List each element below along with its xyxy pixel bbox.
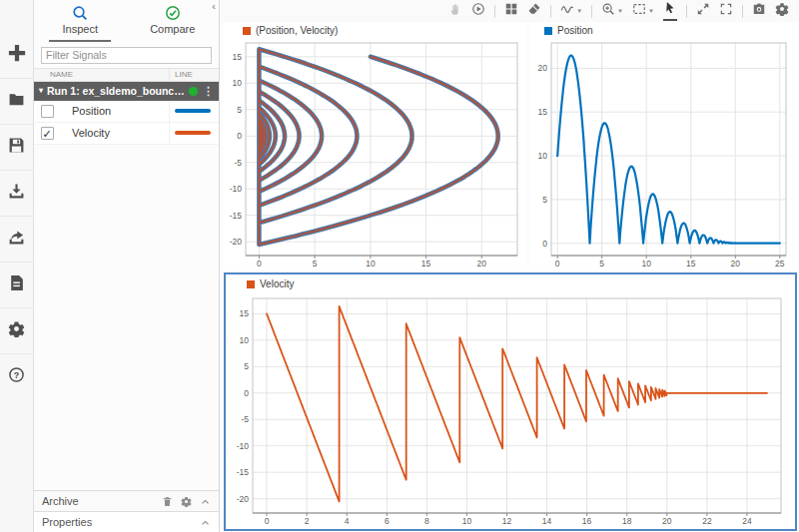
signal-wave-button[interactable]: ▼	[560, 2, 582, 21]
svg-text:-15: -15	[230, 211, 243, 221]
add-button[interactable]	[0, 32, 33, 78]
panel-footer: Archive Properties	[34, 490, 219, 532]
signal-row-position[interactable]: Position	[34, 101, 219, 123]
zoom-in-button[interactable]: ▼	[601, 2, 623, 21]
svg-text:5: 5	[313, 259, 318, 268]
layout-grid-button[interactable]	[504, 2, 518, 21]
subplot-position-velocity[interactable]: (Position, Velocity) 05101520-20-15-10-5…	[224, 23, 526, 269]
velocity-chart-canvas[interactable]: 024681012141618202224-20-15-10-5051015	[229, 293, 790, 528]
toolbar-separator	[686, 5, 687, 18]
app-sidebar-toolbar: ?	[0, 0, 34, 532]
svg-text:12: 12	[502, 516, 512, 526]
svg-text:10: 10	[538, 151, 548, 161]
gear-icon[interactable]	[181, 496, 192, 507]
trash-icon[interactable]	[162, 496, 173, 507]
signal-line-style	[169, 123, 219, 144]
column-name: NAME	[34, 70, 169, 79]
settings-icon	[775, 2, 789, 20]
subplot-velocity-selected[interactable]: Velocity 024681012141618202224-20-15-10-…	[224, 272, 797, 531]
fullscreen-button[interactable]	[719, 2, 733, 21]
signal-wave-icon	[560, 2, 574, 20]
signal-checkbox[interactable]	[41, 105, 54, 118]
toolbar-separator	[494, 5, 495, 18]
collapse-panel-button[interactable]: ‹	[212, 1, 216, 11]
kebab-menu-icon[interactable]: ⋮	[202, 85, 215, 98]
legend-swatch	[243, 27, 251, 35]
replay-icon	[471, 2, 485, 20]
svg-text:0: 0	[237, 131, 242, 141]
help-button[interactable]: ?	[0, 353, 33, 399]
archive-section-header[interactable]: Archive	[34, 490, 219, 511]
subplot-position[interactable]: Position 051015202505101520	[529, 23, 798, 269]
svg-text:-5: -5	[234, 158, 242, 168]
active-tab-underline	[49, 40, 111, 42]
help-icon: ?	[8, 366, 25, 387]
layout-grid-icon	[504, 2, 518, 20]
svg-text:0: 0	[244, 388, 249, 398]
plot-toolbar: ▼▼▼	[221, 0, 799, 22]
run-status-dot	[189, 87, 198, 96]
chevron-down-icon: ▼	[617, 8, 623, 14]
chevron-up-icon[interactable]	[200, 496, 211, 507]
svg-text:-5: -5	[241, 414, 249, 424]
xy-phase-chart-canvas[interactable]: 05101520-20-15-10-5051015	[226, 39, 523, 269]
open-folder-button[interactable]	[0, 78, 33, 124]
filter-signals-input[interactable]	[41, 47, 212, 64]
report-icon	[8, 274, 25, 295]
svg-text:5: 5	[542, 195, 547, 205]
eraser-button[interactable]	[527, 2, 541, 21]
chevron-down-icon: ▼	[648, 8, 654, 14]
svg-text:10: 10	[233, 78, 243, 88]
tab-inspect[interactable]: Inspect	[34, 5, 127, 44]
import-button[interactable]	[0, 170, 33, 216]
column-line: LINE	[169, 69, 219, 81]
svg-text:15: 15	[233, 52, 243, 62]
signal-checkbox[interactable]: ✓	[41, 127, 54, 140]
position-chart-canvas[interactable]: 051015202505101520	[531, 39, 795, 269]
preferences-icon	[8, 320, 25, 341]
svg-text:-20: -20	[237, 494, 250, 504]
svg-text:16: 16	[582, 516, 592, 526]
legend-label: (Position, Velocity)	[256, 25, 338, 36]
pan-button[interactable]	[448, 2, 462, 21]
run-expand-caret[interactable]: ▾	[39, 87, 43, 95]
save-button[interactable]	[0, 124, 33, 170]
report-button[interactable]	[0, 262, 33, 307]
camera-button[interactable]	[752, 2, 766, 21]
pointer-button[interactable]	[663, 2, 677, 21]
export-button[interactable]	[0, 216, 33, 262]
signal-line-style	[169, 101, 219, 122]
signals-panel: ‹ Inspect Compare NAME LINE ▾ Run 1: ex_…	[34, 0, 220, 532]
signal-row-velocity[interactable]: ✓Velocity	[34, 123, 219, 145]
svg-text:24: 24	[742, 516, 752, 526]
camera-icon	[752, 2, 766, 20]
export-icon	[8, 229, 25, 250]
compare-icon	[165, 5, 181, 21]
replay-button[interactable]	[471, 2, 485, 21]
open-folder-icon	[8, 91, 25, 112]
signal-list: Position✓Velocity	[34, 101, 219, 145]
fit-to-view-icon	[632, 2, 646, 20]
legend-label: Position	[557, 25, 593, 36]
preferences-button[interactable]	[0, 307, 33, 353]
svg-text:5: 5	[237, 105, 242, 115]
svg-text:18: 18	[622, 516, 632, 526]
run-row[interactable]: ▾ Run 1: ex_sldemo_bounce[Current] ⋮	[34, 82, 219, 101]
legend-swatch	[544, 27, 552, 35]
toolbar-separator	[591, 5, 592, 18]
svg-text:5: 5	[599, 259, 604, 268]
svg-text:20: 20	[477, 259, 487, 268]
expand-button[interactable]	[696, 2, 710, 21]
chevron-up-icon[interactable]	[200, 517, 211, 528]
properties-label: Properties	[42, 516, 92, 528]
tab-compare[interactable]: Compare	[127, 5, 220, 44]
svg-text:10: 10	[240, 335, 250, 345]
svg-text:10: 10	[462, 516, 472, 526]
settings-button[interactable]	[775, 2, 789, 21]
fit-to-view-button[interactable]: ▼	[632, 2, 654, 21]
properties-section-header[interactable]: Properties	[34, 511, 219, 532]
panel-tabs: Inspect Compare	[34, 0, 219, 44]
svg-text:15: 15	[240, 308, 250, 318]
svg-text:8: 8	[424, 516, 429, 526]
legend: Position	[544, 25, 593, 36]
